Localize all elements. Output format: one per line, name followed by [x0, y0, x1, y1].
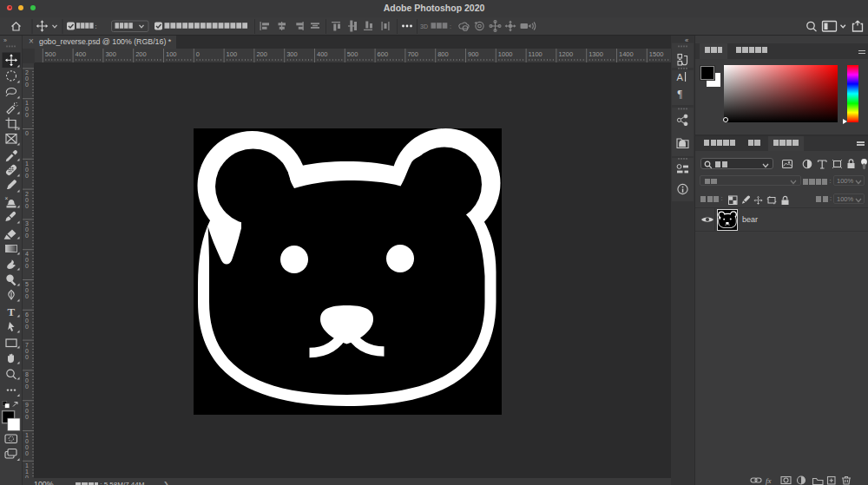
svg-text:7: 7	[25, 342, 29, 348]
svg-text:0: 0	[25, 75, 29, 82]
svg-text:800: 800	[437, 50, 449, 58]
svg-text:1500: 1500	[649, 50, 664, 58]
svg-text:0: 0	[25, 383, 29, 390]
svg-text:0: 0	[25, 167, 29, 173]
svg-text:0: 0	[25, 287, 29, 293]
svg-text:1: 1	[25, 100, 29, 106]
svg-text:3: 3	[25, 220, 29, 226]
svg-text:0: 0	[25, 130, 29, 136]
svg-text:6: 6	[25, 311, 29, 318]
svg-text:1100: 1100	[529, 50, 542, 58]
svg-text:2: 2	[25, 69, 29, 75]
svg-text:700: 700	[407, 50, 418, 58]
svg-text:0: 0	[25, 450, 29, 456]
svg-text:0: 0	[25, 377, 29, 383]
svg-text:0: 0	[25, 203, 29, 209]
svg-text:4: 4	[25, 251, 29, 257]
svg-text:1300: 1300	[589, 50, 603, 58]
svg-text:600: 600	[378, 50, 389, 58]
svg-text:fx: fx	[766, 476, 772, 485]
svg-text:1400: 1400	[619, 50, 634, 58]
svg-text:1: 1	[25, 161, 29, 167]
svg-text:T: T	[8, 305, 16, 318]
svg-text:0: 0	[25, 324, 29, 330]
svg-text:200: 200	[135, 50, 147, 58]
svg-text:1200: 1200	[558, 50, 573, 58]
svg-text:1000: 1000	[498, 50, 513, 58]
svg-text:500: 500	[45, 50, 56, 58]
svg-text:0: 0	[25, 197, 29, 203]
svg-text:0: 0	[25, 293, 29, 299]
svg-text:0: 0	[25, 226, 29, 233]
svg-text:0: 0	[25, 318, 29, 324]
svg-text:0: 0	[25, 106, 29, 112]
svg-text:A: A	[677, 72, 684, 82]
svg-text:400: 400	[76, 50, 87, 58]
svg-text:3D: 3D	[420, 23, 428, 29]
svg-text:0: 0	[25, 408, 29, 414]
svg-text:0: 0	[25, 354, 29, 360]
svg-text:0: 0	[25, 257, 29, 263]
svg-text:«: «	[685, 36, 688, 44]
svg-text:400: 400	[317, 50, 328, 58]
svg-text:0: 0	[25, 112, 29, 118]
svg-text:100: 100	[166, 50, 177, 58]
svg-text:0: 0	[25, 414, 29, 420]
svg-text:×: ×	[5, 195, 9, 201]
svg-text:500: 500	[347, 50, 358, 58]
svg-text::: :	[450, 23, 451, 29]
svg-text:¶: ¶	[678, 88, 683, 100]
svg-text:0: 0	[25, 82, 29, 88]
svg-text:300: 300	[286, 50, 298, 58]
svg-text::: :	[95, 23, 97, 29]
svg-text:300: 300	[105, 50, 116, 58]
svg-text:0: 0	[25, 263, 29, 269]
svg-text:8: 8	[25, 371, 29, 377]
svg-text:0: 0	[25, 233, 29, 239]
svg-text:2: 2	[25, 191, 29, 197]
svg-text:1: 1	[25, 462, 29, 469]
svg-text:900: 900	[468, 50, 479, 58]
svg-text:0: 0	[25, 173, 29, 179]
svg-text:0: 0	[25, 444, 29, 450]
svg-text:1: 1	[25, 469, 29, 475]
svg-text:»: »	[3, 37, 7, 43]
svg-text:100: 100	[227, 50, 238, 58]
svg-text:1: 1	[25, 432, 29, 438]
svg-text:5: 5	[25, 281, 29, 287]
svg-text:200: 200	[256, 50, 267, 58]
svg-text:0: 0	[25, 438, 29, 444]
svg-text:0: 0	[25, 348, 29, 354]
svg-text:0: 0	[196, 50, 200, 58]
svg-text:9: 9	[25, 402, 29, 408]
